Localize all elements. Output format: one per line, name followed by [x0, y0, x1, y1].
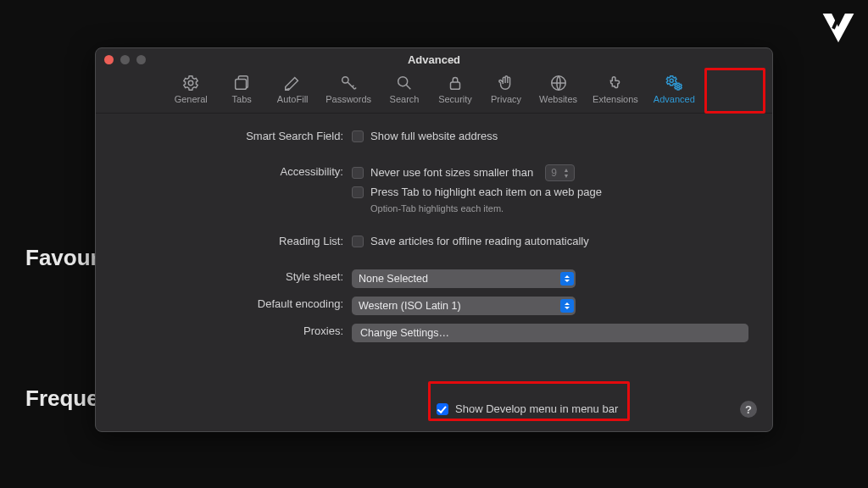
tab-label: Advanced — [654, 94, 695, 104]
background-text-favourites: Favouri — [25, 245, 105, 271]
row-style-sheet: Style sheet: None Selected — [120, 269, 748, 288]
puzzle-icon — [606, 74, 625, 92]
checkbox-show-full-url[interactable] — [352, 130, 364, 142]
svg-point-6 — [398, 77, 408, 86]
preferences-toolbar: General Tabs AutoFill Passwords Search S… — [96, 70, 772, 114]
tab-privacy[interactable]: Privacy — [481, 72, 531, 106]
svg-point-3 — [188, 80, 193, 86]
label-proxies: Proxies: — [120, 324, 352, 339]
tab-general[interactable]: General — [166, 72, 215, 106]
tab-label: AutoFill — [277, 94, 309, 104]
tab-label: Security — [438, 94, 472, 104]
tab-tabs[interactable]: Tabs — [217, 72, 266, 106]
preferences-window: Advanced General Tabs AutoFill Passwords… — [95, 47, 773, 432]
tab-passwords[interactable]: Passwords — [319, 72, 378, 106]
tab-search[interactable]: Search — [380, 72, 429, 106]
brand-logo-icon — [821, 10, 856, 46]
row-accessibility: Accessibility: Never use font sizes smal… — [120, 164, 748, 214]
row-smart-search: Smart Search Field: Show full website ad… — [120, 129, 748, 144]
row-default-encoding: Default encoding: Western (ISO Latin 1) — [120, 297, 748, 315]
svg-point-9 — [670, 79, 674, 82]
checkbox-tab-highlight[interactable] — [352, 186, 364, 198]
change-proxy-settings-button[interactable]: Change Settings… — [352, 324, 748, 342]
svg-rect-4 — [236, 79, 247, 89]
window-title: Advanced — [96, 53, 772, 66]
tab-label: Extensions — [593, 94, 638, 104]
tab-label: Privacy — [491, 94, 521, 104]
lock-icon — [446, 74, 465, 92]
select-arrows-icon — [560, 272, 574, 286]
svg-point-10 — [677, 86, 680, 88]
stepper-arrows-icon: ▲▼ — [560, 167, 572, 179]
label-smart-search: Smart Search Field: — [120, 129, 352, 144]
label-accessibility: Accessibility: — [120, 164, 352, 180]
help-button[interactable]: ? — [740, 401, 757, 418]
tab-label: Tabs — [232, 94, 252, 104]
hand-icon — [497, 74, 515, 92]
window-titlebar: Advanced — [96, 48, 772, 70]
min-font-size-stepper[interactable]: 9 ▲▼ — [545, 164, 575, 181]
tab-label: General — [175, 94, 208, 104]
option-offline-reading: Save articles for offline reading automa… — [370, 234, 589, 249]
tab-autofill[interactable]: AutoFill — [268, 72, 317, 106]
gears-icon — [665, 74, 683, 92]
tab-websites[interactable]: Websites — [532, 72, 584, 106]
row-proxies: Proxies: Change Settings… — [120, 324, 748, 342]
select-style-sheet[interactable]: None Selected — [352, 269, 576, 288]
label-style-sheet: Style sheet: — [120, 269, 352, 285]
checkbox-offline-reading[interactable] — [352, 236, 364, 247]
tab-extensions[interactable]: Extensions — [586, 72, 645, 106]
tab-label: Passwords — [326, 94, 371, 104]
pencil-icon — [283, 74, 302, 92]
tab-advanced[interactable]: Advanced — [647, 72, 702, 106]
min-font-size-value: 9 — [548, 165, 560, 180]
option-tab-highlight: Press Tab to highlight each item on a we… — [370, 185, 602, 200]
globe-icon — [549, 74, 568, 92]
search-icon — [395, 74, 414, 92]
select-default-encoding-value: Western (ISO Latin 1) — [359, 300, 461, 312]
tabs-icon — [232, 74, 251, 92]
tab-label: Websites — [539, 94, 577, 104]
option-show-full-url: Show full website address — [370, 129, 498, 144]
select-arrows-icon — [560, 299, 574, 313]
note-option-tab: Option-Tab highlights each item. — [352, 203, 748, 214]
svg-rect-7 — [451, 82, 460, 89]
select-style-sheet-value: None Selected — [359, 273, 428, 285]
svg-point-5 — [342, 77, 348, 83]
tab-security[interactable]: Security — [431, 72, 480, 106]
annotation-highlight-develop — [428, 381, 630, 421]
checkbox-min-font-size[interactable] — [352, 167, 364, 179]
row-reading-list: Reading List: Save articles for offline … — [120, 234, 748, 249]
select-default-encoding[interactable]: Western (ISO Latin 1) — [352, 297, 576, 315]
advanced-pane: Smart Search Field: Show full website ad… — [96, 114, 772, 363]
label-reading-list: Reading List: — [120, 234, 352, 249]
tab-label: Search — [390, 94, 420, 104]
label-default-encoding: Default encoding: — [120, 297, 352, 312]
gear-icon — [181, 74, 200, 92]
option-min-font-size: Never use font sizes smaller than — [370, 165, 533, 180]
key-icon — [339, 74, 358, 92]
annotation-highlight-advanced — [704, 68, 765, 114]
